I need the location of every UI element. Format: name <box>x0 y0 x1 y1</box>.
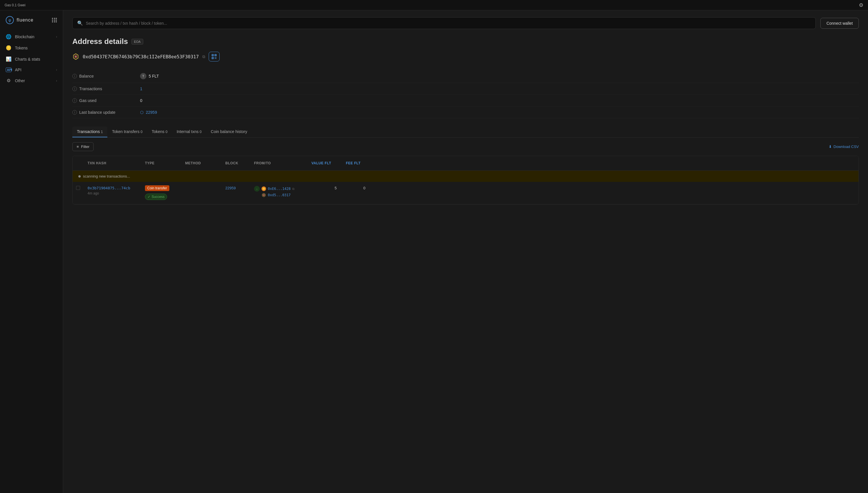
th-type: Type <box>141 159 182 168</box>
row-block-cell[interactable]: 22959 <box>222 184 251 192</box>
row-txn-hash[interactable]: 0x3b71904875...74cb <box>88 186 138 190</box>
gas-used-value: 0 <box>140 98 142 103</box>
row-type-cell: Coin transfer ✓ Success <box>141 184 182 202</box>
logo-text: fluence <box>17 18 33 23</box>
sidebar-label-api: API <box>15 67 52 72</box>
logo-icon <box>6 16 14 24</box>
sidebar-item-blockchain[interactable]: 🌐 Blockchain › <box>0 31 63 42</box>
coin-transfer-badge: Coin transfer <box>145 185 169 191</box>
download-csv-label: Download CSV <box>833 145 859 149</box>
svg-rect-9 <box>216 57 216 58</box>
to-avatar <box>261 193 266 197</box>
settings-icon[interactable]: ⚙ <box>859 2 863 8</box>
to-address[interactable]: 0xd5...0317 <box>268 193 291 197</box>
th-value-flt: Value FLT <box>308 159 342 168</box>
row-checkbox[interactable] <box>76 186 80 190</box>
sidebar-item-other[interactable]: ⚙ Other › <box>0 75 63 86</box>
sidebar-item-api[interactable]: API API › <box>0 65 63 75</box>
sidebar-nav: 🌐 Blockchain › 🪙 Tokens 📊 Charts & stats… <box>0 31 63 86</box>
page-title-row: Address details EOA <box>72 37 859 46</box>
search-box: 🔍 <box>72 17 816 29</box>
th-txn-hash: Txn hash <box>84 159 141 168</box>
details-section: i Balance T 5 FLT i Transactions 1 <box>72 69 859 119</box>
tab-coin-balance-history[interactable]: Coin balance history <box>206 126 252 137</box>
filter-button[interactable]: ≡ Filter <box>72 142 94 151</box>
address-avatar <box>72 53 79 60</box>
qr-icon <box>211 54 217 60</box>
filter-icon: ≡ <box>77 145 79 149</box>
download-icon: ⬇ <box>829 145 832 149</box>
tab-token-transfers[interactable]: Token transfers 0 <box>107 126 147 137</box>
grid-icon[interactable] <box>52 18 57 22</box>
svg-rect-12 <box>215 58 216 58</box>
filter-label: Filter <box>81 145 90 149</box>
charts-icon: 📊 <box>6 56 12 62</box>
copy-address-icon[interactable]: ⧉ <box>202 54 205 59</box>
tabs-row: Transactions 1 Token transfers 0 Tokens … <box>72 126 859 137</box>
balance-row: i Balance T 5 FLT <box>72 69 859 83</box>
th-method: Method <box>182 159 222 168</box>
flt-token-badge: T <box>140 73 146 79</box>
checkmark-icon: ✓ <box>147 195 151 199</box>
incoming-icon: ↓ <box>254 186 260 192</box>
balance-value: T 5 FLT <box>140 73 159 79</box>
row-method-cell <box>182 184 222 188</box>
gas-used-row: i Gas used 0 <box>72 95 859 107</box>
sidebar-item-tokens[interactable]: 🪙 Tokens <box>0 42 63 53</box>
last-update-row: i Last balance update ⬡ 22959 <box>72 107 859 119</box>
connect-wallet-button[interactable]: Connect wallet <box>820 18 859 29</box>
address-row: 0xd50437E7CB67463b79C38c1I2eFEB8ee53F303… <box>72 52 859 62</box>
svg-rect-5 <box>215 55 216 56</box>
row-fee-cell: 0 <box>342 184 371 192</box>
row-time: 4m ago <box>88 191 138 195</box>
chevron-icon-blockchain: › <box>56 35 57 39</box>
from-address[interactable]: 0xE6...1428 <box>268 187 291 191</box>
tab-internal-txns[interactable]: Internal txns 0 <box>172 126 206 137</box>
qr-code-button[interactable] <box>209 52 220 62</box>
search-icon: 🔍 <box>77 20 83 26</box>
sidebar-label-other: Other <box>15 79 52 83</box>
balance-info-icon: i <box>72 74 77 79</box>
last-update-info-icon: i <box>72 110 77 115</box>
main-content: 🔍 Connect wallet Address details EOA 0xd… <box>63 10 868 493</box>
tab-count-transactions: 1 <box>101 130 103 134</box>
download-csv-button[interactable]: ⬇ Download CSV <box>829 145 859 149</box>
svg-rect-7 <box>212 58 213 59</box>
transactions-row: i Transactions 1 <box>72 83 859 95</box>
tab-count-token-transfers: 0 <box>141 130 143 134</box>
block-icon: ⬡ <box>140 110 143 115</box>
row-checkbox-cell <box>73 184 84 192</box>
transactions-info-icon: i <box>72 86 77 91</box>
success-badge: ✓ Success <box>145 194 167 200</box>
transactions-value[interactable]: 1 <box>140 86 142 91</box>
scanning-text: scanning new transactions... <box>83 174 130 178</box>
tab-transactions[interactable]: Transactions 1 <box>72 126 107 137</box>
sidebar-label-charts: Charts & stats <box>15 57 57 62</box>
sidebar-item-charts[interactable]: 📊 Charts & stats <box>0 53 63 65</box>
last-update-value[interactable]: ⬡ 22959 <box>140 110 157 115</box>
th-fee-flt: Fee FLT <box>342 159 371 168</box>
to-row: 0xd5...0317 <box>254 193 304 197</box>
table-row: 0x3b71904875...74cb 4m ago Coin transfer… <box>73 182 859 204</box>
page-title: Address details <box>72 37 128 46</box>
sidebar: fluence 🌐 Blockchain › 🪙 Tokens 📊 Charts… <box>0 10 63 493</box>
transactions-table: Txn hash Type Method Block From/To Value… <box>72 156 859 205</box>
table-header: Txn hash Type Method Block From/To Value… <box>73 156 859 171</box>
address-text: 0xd50437E7CB67463b79C38c1I2eFEB8ee53F303… <box>83 54 199 60</box>
tab-count-internal-txns: 0 <box>200 130 202 134</box>
tab-count-tokens: 0 <box>166 130 168 134</box>
sidebar-label-tokens: Tokens <box>15 46 57 50</box>
other-icon: ⚙ <box>6 78 12 83</box>
main-layout: fluence 🌐 Blockchain › 🪙 Tokens 📊 Charts… <box>0 10 868 493</box>
tab-tokens[interactable]: Tokens 0 <box>147 126 172 137</box>
svg-point-14 <box>262 188 265 190</box>
blockchain-icon: 🌐 <box>6 34 12 39</box>
search-input[interactable] <box>86 21 811 26</box>
from-row: ↓ 0xE6...1428 ⧉ <box>254 186 304 192</box>
copy-from-icon[interactable]: ⧉ <box>292 187 295 191</box>
svg-rect-10 <box>215 58 215 59</box>
th-checkbox <box>73 159 84 168</box>
row-txn-hash-cell: 0x3b71904875...74cb 4m ago <box>84 184 141 197</box>
top-bar: Gas 0.1 Gwei ⚙ <box>0 0 868 10</box>
row-from-to-cell: ↓ 0xE6...1428 ⧉ <box>251 184 308 199</box>
